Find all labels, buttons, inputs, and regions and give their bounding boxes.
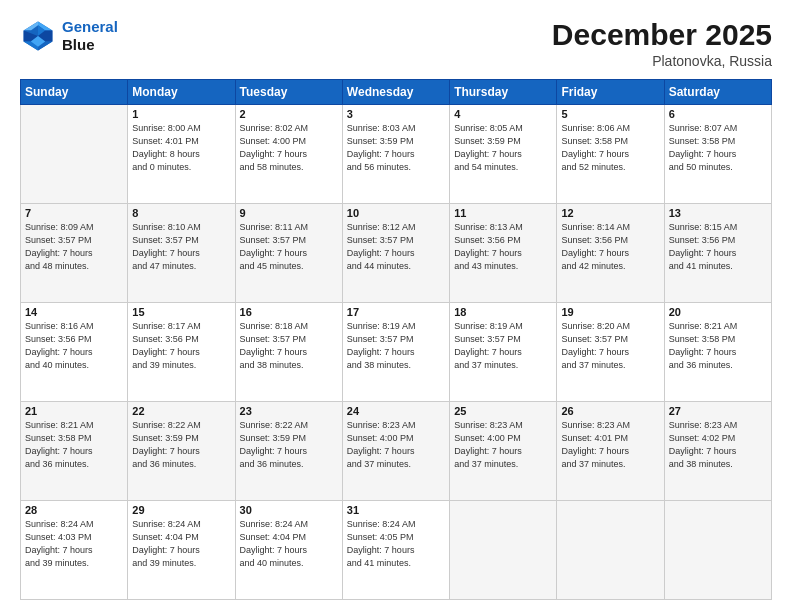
- day-number: 17: [347, 306, 445, 318]
- day-number: 15: [132, 306, 230, 318]
- col-saturday: Saturday: [664, 80, 771, 105]
- calendar-cell: 4Sunrise: 8:05 AM Sunset: 3:59 PM Daylig…: [450, 105, 557, 204]
- day-info: Sunrise: 8:21 AM Sunset: 3:58 PM Dayligh…: [669, 320, 767, 372]
- calendar-cell: 9Sunrise: 8:11 AM Sunset: 3:57 PM Daylig…: [235, 204, 342, 303]
- calendar-cell: [21, 105, 128, 204]
- day-number: 28: [25, 504, 123, 516]
- col-monday: Monday: [128, 80, 235, 105]
- day-info: Sunrise: 8:21 AM Sunset: 3:58 PM Dayligh…: [25, 419, 123, 471]
- col-tuesday: Tuesday: [235, 80, 342, 105]
- calendar-cell: 3Sunrise: 8:03 AM Sunset: 3:59 PM Daylig…: [342, 105, 449, 204]
- logo-text: General Blue: [62, 18, 118, 54]
- day-info: Sunrise: 8:24 AM Sunset: 4:04 PM Dayligh…: [132, 518, 230, 570]
- calendar-cell: [664, 501, 771, 600]
- subtitle: Platonovka, Russia: [552, 53, 772, 69]
- calendar-cell: 13Sunrise: 8:15 AM Sunset: 3:56 PM Dayli…: [664, 204, 771, 303]
- day-info: Sunrise: 8:23 AM Sunset: 4:00 PM Dayligh…: [454, 419, 552, 471]
- col-wednesday: Wednesday: [342, 80, 449, 105]
- calendar-cell: 5Sunrise: 8:06 AM Sunset: 3:58 PM Daylig…: [557, 105, 664, 204]
- calendar-cell: 26Sunrise: 8:23 AM Sunset: 4:01 PM Dayli…: [557, 402, 664, 501]
- day-number: 18: [454, 306, 552, 318]
- col-friday: Friday: [557, 80, 664, 105]
- header: General Blue December 2025 Platonovka, R…: [20, 18, 772, 69]
- calendar-cell: 21Sunrise: 8:21 AM Sunset: 3:58 PM Dayli…: [21, 402, 128, 501]
- day-number: 30: [240, 504, 338, 516]
- day-info: Sunrise: 8:18 AM Sunset: 3:57 PM Dayligh…: [240, 320, 338, 372]
- day-info: Sunrise: 8:20 AM Sunset: 3:57 PM Dayligh…: [561, 320, 659, 372]
- day-number: 9: [240, 207, 338, 219]
- logo: General Blue: [20, 18, 118, 54]
- title-block: December 2025 Platonovka, Russia: [552, 18, 772, 69]
- day-info: Sunrise: 8:14 AM Sunset: 3:56 PM Dayligh…: [561, 221, 659, 273]
- day-info: Sunrise: 8:00 AM Sunset: 4:01 PM Dayligh…: [132, 122, 230, 174]
- day-info: Sunrise: 8:12 AM Sunset: 3:57 PM Dayligh…: [347, 221, 445, 273]
- calendar-cell: 12Sunrise: 8:14 AM Sunset: 3:56 PM Dayli…: [557, 204, 664, 303]
- calendar-cell: 2Sunrise: 8:02 AM Sunset: 4:00 PM Daylig…: [235, 105, 342, 204]
- calendar-cell: 20Sunrise: 8:21 AM Sunset: 3:58 PM Dayli…: [664, 303, 771, 402]
- calendar-cell: 7Sunrise: 8:09 AM Sunset: 3:57 PM Daylig…: [21, 204, 128, 303]
- calendar-cell: 22Sunrise: 8:22 AM Sunset: 3:59 PM Dayli…: [128, 402, 235, 501]
- day-info: Sunrise: 8:06 AM Sunset: 3:58 PM Dayligh…: [561, 122, 659, 174]
- calendar-cell: 14Sunrise: 8:16 AM Sunset: 3:56 PM Dayli…: [21, 303, 128, 402]
- calendar-cell: 10Sunrise: 8:12 AM Sunset: 3:57 PM Dayli…: [342, 204, 449, 303]
- calendar-cell: 1Sunrise: 8:00 AM Sunset: 4:01 PM Daylig…: [128, 105, 235, 204]
- day-info: Sunrise: 8:13 AM Sunset: 3:56 PM Dayligh…: [454, 221, 552, 273]
- week-row-4: 21Sunrise: 8:21 AM Sunset: 3:58 PM Dayli…: [21, 402, 772, 501]
- calendar-table: Sunday Monday Tuesday Wednesday Thursday…: [20, 79, 772, 600]
- day-info: Sunrise: 8:23 AM Sunset: 4:00 PM Dayligh…: [347, 419, 445, 471]
- logo-icon: [20, 18, 56, 54]
- calendar-cell: 17Sunrise: 8:19 AM Sunset: 3:57 PM Dayli…: [342, 303, 449, 402]
- day-info: Sunrise: 8:11 AM Sunset: 3:57 PM Dayligh…: [240, 221, 338, 273]
- day-info: Sunrise: 8:05 AM Sunset: 3:59 PM Dayligh…: [454, 122, 552, 174]
- day-number: 31: [347, 504, 445, 516]
- day-number: 2: [240, 108, 338, 120]
- day-info: Sunrise: 8:24 AM Sunset: 4:04 PM Dayligh…: [240, 518, 338, 570]
- day-number: 6: [669, 108, 767, 120]
- calendar-cell: [557, 501, 664, 600]
- calendar-cell: 30Sunrise: 8:24 AM Sunset: 4:04 PM Dayli…: [235, 501, 342, 600]
- day-number: 26: [561, 405, 659, 417]
- calendar-cell: 25Sunrise: 8:23 AM Sunset: 4:00 PM Dayli…: [450, 402, 557, 501]
- day-number: 20: [669, 306, 767, 318]
- calendar-cell: 16Sunrise: 8:18 AM Sunset: 3:57 PM Dayli…: [235, 303, 342, 402]
- week-row-3: 14Sunrise: 8:16 AM Sunset: 3:56 PM Dayli…: [21, 303, 772, 402]
- day-info: Sunrise: 8:15 AM Sunset: 3:56 PM Dayligh…: [669, 221, 767, 273]
- day-number: 7: [25, 207, 123, 219]
- day-number: 3: [347, 108, 445, 120]
- day-info: Sunrise: 8:10 AM Sunset: 3:57 PM Dayligh…: [132, 221, 230, 273]
- week-row-2: 7Sunrise: 8:09 AM Sunset: 3:57 PM Daylig…: [21, 204, 772, 303]
- day-number: 27: [669, 405, 767, 417]
- day-number: 1: [132, 108, 230, 120]
- day-info: Sunrise: 8:23 AM Sunset: 4:01 PM Dayligh…: [561, 419, 659, 471]
- calendar-cell: 27Sunrise: 8:23 AM Sunset: 4:02 PM Dayli…: [664, 402, 771, 501]
- day-info: Sunrise: 8:19 AM Sunset: 3:57 PM Dayligh…: [454, 320, 552, 372]
- calendar-cell: 18Sunrise: 8:19 AM Sunset: 3:57 PM Dayli…: [450, 303, 557, 402]
- day-info: Sunrise: 8:19 AM Sunset: 3:57 PM Dayligh…: [347, 320, 445, 372]
- day-info: Sunrise: 8:24 AM Sunset: 4:03 PM Dayligh…: [25, 518, 123, 570]
- day-number: 12: [561, 207, 659, 219]
- main-title: December 2025: [552, 18, 772, 51]
- day-number: 24: [347, 405, 445, 417]
- day-info: Sunrise: 8:09 AM Sunset: 3:57 PM Dayligh…: [25, 221, 123, 273]
- day-info: Sunrise: 8:22 AM Sunset: 3:59 PM Dayligh…: [132, 419, 230, 471]
- day-number: 13: [669, 207, 767, 219]
- day-number: 22: [132, 405, 230, 417]
- calendar-cell: 29Sunrise: 8:24 AM Sunset: 4:04 PM Dayli…: [128, 501, 235, 600]
- day-number: 8: [132, 207, 230, 219]
- day-info: Sunrise: 8:24 AM Sunset: 4:05 PM Dayligh…: [347, 518, 445, 570]
- col-thursday: Thursday: [450, 80, 557, 105]
- calendar-cell: 24Sunrise: 8:23 AM Sunset: 4:00 PM Dayli…: [342, 402, 449, 501]
- calendar-cell: 11Sunrise: 8:13 AM Sunset: 3:56 PM Dayli…: [450, 204, 557, 303]
- day-number: 5: [561, 108, 659, 120]
- day-info: Sunrise: 8:17 AM Sunset: 3:56 PM Dayligh…: [132, 320, 230, 372]
- calendar-cell: 15Sunrise: 8:17 AM Sunset: 3:56 PM Dayli…: [128, 303, 235, 402]
- calendar-header-row: Sunday Monday Tuesday Wednesday Thursday…: [21, 80, 772, 105]
- day-number: 19: [561, 306, 659, 318]
- day-info: Sunrise: 8:07 AM Sunset: 3:58 PM Dayligh…: [669, 122, 767, 174]
- calendar-cell: 8Sunrise: 8:10 AM Sunset: 3:57 PM Daylig…: [128, 204, 235, 303]
- calendar-cell: [450, 501, 557, 600]
- week-row-5: 28Sunrise: 8:24 AM Sunset: 4:03 PM Dayli…: [21, 501, 772, 600]
- calendar-cell: 19Sunrise: 8:20 AM Sunset: 3:57 PM Dayli…: [557, 303, 664, 402]
- calendar-cell: 23Sunrise: 8:22 AM Sunset: 3:59 PM Dayli…: [235, 402, 342, 501]
- day-number: 21: [25, 405, 123, 417]
